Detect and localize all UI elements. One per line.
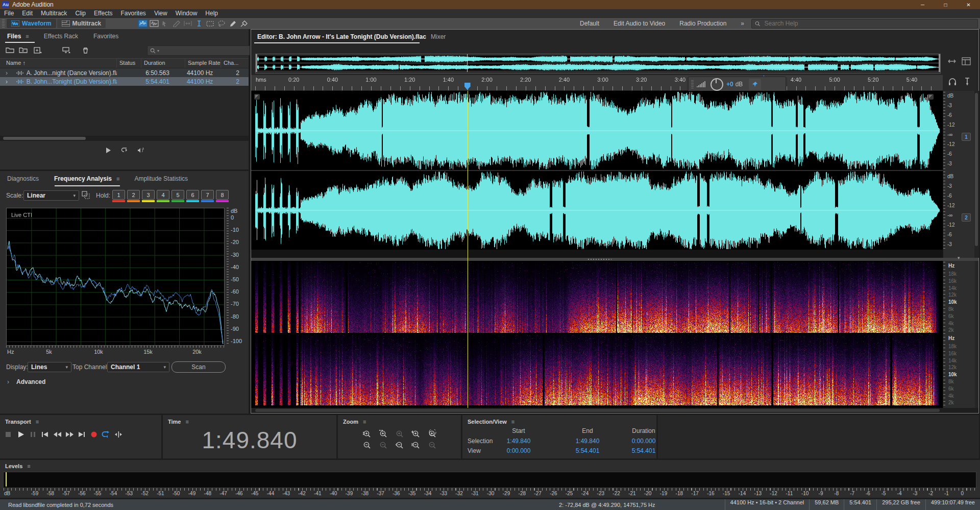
overview-range-bar[interactable] bbox=[255, 54, 941, 74]
play-button[interactable] bbox=[14, 429, 27, 440]
vertical-zoom-scrollbar[interactable] bbox=[974, 91, 979, 258]
tab-effects-rack[interactable]: Effects Rack bbox=[43, 30, 79, 43]
workspace-edit-audio-to-video[interactable]: Edit Audio to Video bbox=[606, 20, 672, 27]
insert-into-multitrack-button[interactable] bbox=[61, 46, 70, 54]
zoom-out-frequency-button[interactable] bbox=[377, 440, 390, 450]
hud-grip[interactable] bbox=[691, 80, 694, 88]
overview-right-handle[interactable] bbox=[939, 54, 940, 72]
rewind-button[interactable] bbox=[51, 429, 63, 440]
spot-healing-brush-tool-button[interactable] bbox=[239, 19, 249, 28]
lasso-selection-tool-button[interactable] bbox=[216, 19, 227, 28]
move-to-next-button[interactable] bbox=[76, 429, 88, 440]
selview-selection-end[interactable]: 1:49.840 bbox=[566, 438, 609, 445]
amplitude-scale[interactable]: dB-3-6-12-∞-12-6-31dB-3-6-12-∞-12-6-32 bbox=[943, 91, 975, 258]
editor-hscrollbar[interactable] bbox=[251, 408, 978, 413]
zoom-in-amplitude-button[interactable] bbox=[360, 428, 374, 439]
hud-gain-value[interactable]: +0 bbox=[726, 81, 733, 88]
menu-view[interactable]: View bbox=[150, 9, 172, 17]
auto-play-button[interactable] bbox=[136, 146, 145, 154]
editor-tab[interactable]: Editor: B. John Arrow - It's Late Tonigh… bbox=[257, 33, 426, 40]
column-separator[interactable] bbox=[116, 59, 117, 68]
frequency-analysis-graph[interactable] bbox=[6, 208, 225, 346]
corner-overlay-icon[interactable] bbox=[254, 94, 260, 100]
menu-favorites[interactable]: Favorites bbox=[117, 9, 150, 17]
waveform-mode-button[interactable]: Waveform bbox=[7, 19, 56, 28]
close-button[interactable]: ✕ bbox=[957, 0, 980, 9]
zoom-in-time-button[interactable] bbox=[377, 428, 390, 439]
column-header-duration[interactable]: Duration bbox=[144, 60, 165, 66]
record-button[interactable] bbox=[88, 429, 100, 440]
levels-panel-menu-icon[interactable]: ≡ bbox=[27, 463, 30, 469]
menu-edit[interactable]: Edit bbox=[18, 9, 37, 17]
hold-button-5[interactable]: 5 bbox=[172, 190, 184, 200]
column-header-name[interactable]: Name ↑ bbox=[6, 60, 26, 66]
zoom-out-full-button[interactable] bbox=[426, 440, 439, 450]
playhead-line[interactable] bbox=[468, 91, 468, 408]
hud-pin-button[interactable] bbox=[749, 79, 761, 90]
freq-panel-menu-icon[interactable]: ≡ bbox=[116, 176, 119, 182]
loop-playback-button[interactable] bbox=[100, 429, 112, 440]
tab-frequency-analysis[interactable]: Frequency Analysis≡ bbox=[53, 172, 120, 185]
panel-options-icon[interactable] bbox=[962, 57, 971, 65]
waveform-view-button[interactable] bbox=[149, 19, 159, 28]
minimize-button[interactable]: ─ bbox=[911, 0, 934, 9]
selview-view-start[interactable]: 0:00.000 bbox=[497, 447, 541, 454]
spectral-view-button[interactable] bbox=[138, 19, 148, 28]
hold-button-6[interactable]: 6 bbox=[186, 190, 199, 200]
slip-tool-button[interactable] bbox=[183, 19, 193, 28]
scan-button[interactable]: Scan bbox=[172, 361, 226, 373]
hold-button-1[interactable]: 1 bbox=[112, 190, 125, 200]
files-hscrollbar-thumb[interactable] bbox=[3, 137, 86, 140]
delete-button[interactable] bbox=[81, 46, 90, 54]
marker-pin-icon[interactable] bbox=[964, 77, 971, 86]
search-help-input[interactable] bbox=[763, 19, 974, 28]
zoom-in-frequency-button[interactable] bbox=[393, 428, 406, 439]
menu-multitrack[interactable]: Multitrack bbox=[37, 9, 71, 17]
fast-forward-button[interactable] bbox=[63, 429, 76, 440]
zoom-panel-menu-icon[interactable]: ≡ bbox=[363, 419, 365, 425]
hold-button-4[interactable]: 4 bbox=[157, 190, 169, 200]
zoom-in-at-in-point-button[interactable] bbox=[409, 428, 423, 439]
vertical-zoom-thumb[interactable] bbox=[975, 93, 978, 246]
display-dropdown[interactable]: Lines▾ bbox=[28, 362, 71, 372]
splitter-collapse-icon[interactable]: ▾ bbox=[958, 255, 960, 260]
top-channel-dropdown[interactable]: Channel 1▾ bbox=[107, 362, 169, 372]
razor-tool-button[interactable] bbox=[172, 19, 182, 28]
corner-overlay-icon[interactable] bbox=[928, 94, 934, 100]
maximize-button[interactable]: □ bbox=[934, 0, 957, 9]
menu-effects[interactable]: Effects bbox=[90, 9, 116, 17]
column-header-samplerate[interactable]: Sample Rate bbox=[188, 60, 220, 66]
menu-clip[interactable]: Clip bbox=[71, 9, 90, 17]
frequency-scale[interactable]: Hz18k16k14k12k10k8k6k4k2kHz18k16k14k12k1… bbox=[943, 261, 975, 408]
copy-graph-icon[interactable] bbox=[82, 191, 90, 199]
zoom-in-at-out-point-button[interactable] bbox=[426, 428, 439, 439]
tab-amplitude-statistics[interactable]: Amplitude Statistics bbox=[133, 172, 189, 185]
selview-view-end[interactable]: 5:54.401 bbox=[566, 447, 609, 454]
level-meter[interactable] bbox=[3, 472, 976, 488]
loop-playback-button[interactable] bbox=[120, 146, 129, 154]
files-panel-menu-icon[interactable]: ≡ bbox=[26, 33, 28, 39]
mixer-tab[interactable]: Mixer bbox=[431, 33, 446, 40]
search-options-caret[interactable]: ▾ bbox=[157, 48, 159, 53]
hold-button-3[interactable]: 3 bbox=[142, 190, 155, 200]
workspace-radio-production[interactable]: Radio Production bbox=[672, 20, 733, 27]
skip-selection-button[interactable] bbox=[112, 429, 125, 440]
zoom-to-selection-button[interactable] bbox=[409, 440, 423, 450]
advanced-disclosure[interactable]: Advanced bbox=[16, 378, 45, 385]
time-panel-menu-icon[interactable]: ≡ bbox=[185, 419, 188, 425]
overview-playhead[interactable] bbox=[467, 54, 468, 72]
timeline-ruler[interactable]: hms 0:200:401:001:201:402:002:202:403:00… bbox=[251, 75, 943, 91]
channel-badge-2[interactable]: 2 bbox=[962, 213, 971, 222]
toolbar-grip[interactable] bbox=[2, 19, 5, 28]
hold-button-8[interactable]: 8 bbox=[216, 190, 229, 200]
tab-favorites[interactable]: Favorites bbox=[92, 30, 119, 43]
move-to-previous-button[interactable] bbox=[39, 429, 51, 440]
pause-button[interactable] bbox=[27, 429, 39, 440]
editor-panel-menu-icon[interactable]: ≡ bbox=[415, 33, 418, 39]
tree-chevron-icon[interactable]: › bbox=[0, 78, 13, 85]
column-separator[interactable] bbox=[185, 59, 185, 68]
menu-help[interactable]: Help bbox=[201, 9, 222, 17]
monitor-headphones-icon[interactable] bbox=[948, 77, 957, 86]
transport-panel-menu-icon[interactable]: ≡ bbox=[36, 419, 38, 425]
files-search-box[interactable]: ▾ bbox=[147, 45, 250, 56]
